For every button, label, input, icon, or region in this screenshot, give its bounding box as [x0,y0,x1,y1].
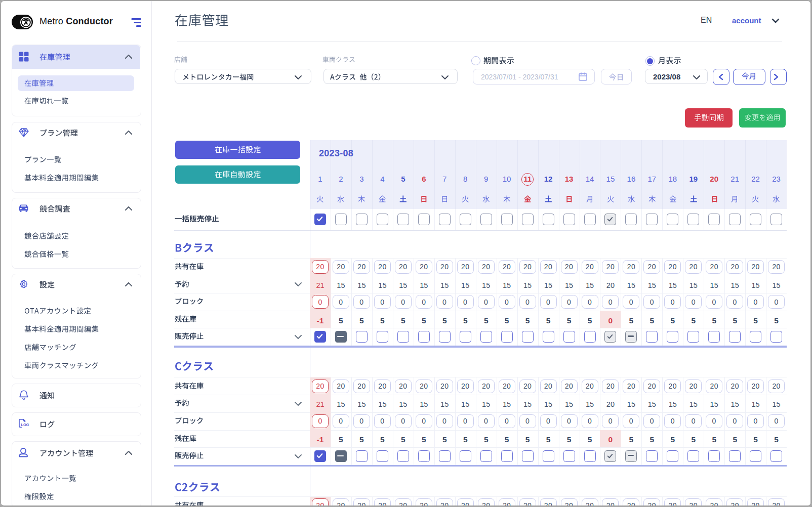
svg-text:LOG: LOG [21,423,29,427]
